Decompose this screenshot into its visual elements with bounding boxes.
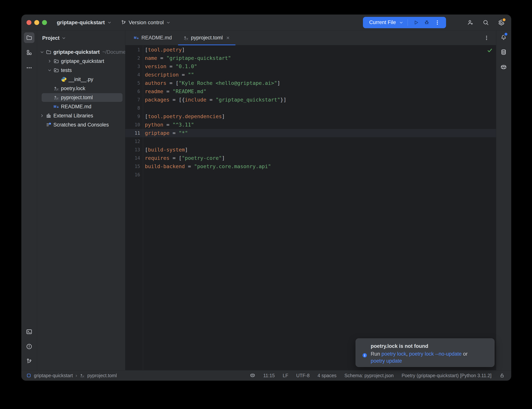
markdown-icon: M <box>53 104 59 110</box>
code-text: [tool.poetry] <box>140 46 185 54</box>
code-line-11[interactable]: 11griptape = "*" <box>125 129 496 137</box>
code-line-14[interactable]: 14requires = ["poetry-core"] <box>125 154 496 162</box>
editor-tab-readme-md[interactable]: MREADME.md <box>128 30 178 45</box>
run-config-selector[interactable]: Current File <box>369 19 396 25</box>
breadcrumb-item[interactable]: pyproject.toml <box>87 373 117 378</box>
code-line-15[interactable]: 15build-backend = "poetry.core.masonry.a… <box>125 162 496 171</box>
project-toolwindow-button[interactable] <box>24 32 35 43</box>
toml-icon: [T] <box>80 373 85 378</box>
more-run-options-button[interactable] <box>432 17 443 28</box>
code-text: [tool.poetry.dependencies] <box>140 112 225 121</box>
ai-assistant-button[interactable] <box>498 62 509 73</box>
run-button[interactable] <box>411 17 422 28</box>
code-line-4[interactable]: 4description = "" <box>125 71 496 79</box>
tab-options-button[interactable] <box>482 34 491 42</box>
breadcrumb-item[interactable]: griptape-quickstart <box>34 373 73 378</box>
line-number: 7 <box>125 96 140 104</box>
status-widgets: 11:15LFUTF-84 spacesSchema: pyproject.js… <box>250 373 511 378</box>
inspections-ok-icon[interactable] <box>487 47 493 53</box>
notifications-button[interactable] <box>498 32 509 43</box>
code-with-me-button[interactable] <box>465 17 476 28</box>
close-tab-button[interactable] <box>226 36 230 40</box>
module-icon <box>26 373 31 378</box>
problems-toolwindow-button[interactable] <box>24 341 35 352</box>
unlock-icon[interactable] <box>499 373 505 378</box>
minimize-window-button[interactable] <box>34 20 39 25</box>
tree-down-chevron[interactable] <box>40 50 46 54</box>
code-line-13[interactable]: 13[build-system] <box>125 146 496 154</box>
tree-right-chevron[interactable] <box>47 59 53 64</box>
code-line-10[interactable]: 10python = "^3.11" <box>125 121 496 129</box>
code-line-5[interactable]: 5authors = ["Kyle Roche <hello@griptape.… <box>125 79 496 87</box>
tree-item-label: tests <box>61 67 72 73</box>
left-toolwindow-bar <box>21 30 37 370</box>
settings-button[interactable] <box>496 17 507 28</box>
problems-icon <box>26 343 32 350</box>
status-item-lf[interactable]: LF <box>283 373 288 378</box>
notification-link[interactable]: poetry lock <box>382 351 406 357</box>
tree-item-griptape-quickstart[interactable]: griptape-quickstart~/Docume <box>37 47 125 57</box>
tree-item-label: __init__.py <box>69 76 93 82</box>
project-panel: Project griptape-quickstart~/Documegript… <box>37 30 125 370</box>
editor-tab-pyproject-toml[interactable]: [T]pyproject.toml <box>178 30 236 45</box>
project-name: griptape-quickstart <box>57 19 105 26</box>
close-window-button[interactable] <box>27 20 31 25</box>
copilot-icon <box>500 64 507 71</box>
status-item-11-15[interactable]: 11:15 <box>263 373 275 378</box>
zoom-window-button[interactable] <box>42 20 47 25</box>
code-text: authors = ["Kyle Roche <hello@griptape.a… <box>140 79 280 87</box>
line-number: 16 <box>125 171 140 179</box>
more-toolwindows-button[interactable] <box>24 63 35 73</box>
code-line-7[interactable]: 7packages = [{include = "griptape_quicks… <box>125 96 496 104</box>
terminal-toolwindow-button[interactable] <box>24 326 35 337</box>
toml-icon: [T] <box>53 86 59 91</box>
python-icon <box>61 76 67 82</box>
tree-item-pyproject-toml[interactable]: [T]pyproject.toml <box>37 93 125 102</box>
editor[interactable]: 1[tool.poetry]2name = "griptape-quicksta… <box>125 45 496 370</box>
tree-item-tests[interactable]: tests <box>37 66 125 75</box>
code-line-2[interactable]: 2name = "griptape-quickstart" <box>125 54 496 62</box>
tree-item-label: Scratches and Consoles <box>53 122 109 128</box>
tree-item-scratches-and-consoles[interactable]: Scratches and Consoles <box>37 120 125 129</box>
tree-item-external-libraries[interactable]: External Libraries <box>37 111 125 120</box>
tree-item-poetry-lock[interactable]: [T]poetry.lock <box>37 84 125 93</box>
tree-item-label: poetry.lock <box>61 86 85 92</box>
tree-down-chevron[interactable] <box>47 68 53 73</box>
project-panel-header[interactable]: Project <box>42 34 66 43</box>
project-switcher[interactable]: griptape-quickstart <box>54 17 115 28</box>
chevron-down-icon <box>40 50 44 54</box>
code-line-9[interactable]: 9[tool.poetry.dependencies] <box>125 112 496 121</box>
vcs-widget[interactable]: Version control <box>118 17 174 28</box>
line-number: 8 <box>125 104 140 112</box>
notification-link[interactable]: poetry lock --no-update <box>409 351 462 357</box>
tree-item--init-py[interactable]: __init__.py <box>37 75 125 84</box>
notification-popup[interactable]: poetry.lock is not found Run poetry lock… <box>356 338 495 367</box>
structure-toolwindow-button[interactable] <box>24 47 35 58</box>
tree-item-griptape-quickstart[interactable]: griptape_quickstart <box>37 57 125 66</box>
tree-right-chevron[interactable] <box>40 113 46 118</box>
breadcrumbs: griptape-quickstart›[T]pyproject.toml <box>21 373 117 379</box>
status-item-poetry-griptape-quickstart-pyt[interactable]: Poetry (griptape-quickstart) [Python 3.1… <box>402 373 492 378</box>
folder-icon <box>26 35 32 41</box>
search-everywhere-button[interactable] <box>480 17 491 28</box>
vcs-toolwindow-button[interactable] <box>24 356 35 367</box>
debug-button[interactable] <box>422 17 432 28</box>
line-number: 2 <box>125 54 140 62</box>
code-line-12[interactable]: 12 <box>125 137 496 146</box>
status-item-4-spaces[interactable]: 4 spaces <box>318 373 336 378</box>
notification-link[interactable]: poetry update <box>371 358 402 364</box>
tree-item-readme-md[interactable]: MREADME.md <box>37 102 125 111</box>
line-number: 14 <box>125 154 140 162</box>
copilot-status-icon[interactable] <box>250 373 255 378</box>
status-item-utf-8[interactable]: UTF-8 <box>296 373 310 378</box>
status-item-schema-pyproject-json[interactable]: Schema: pyproject.json <box>344 373 394 378</box>
database-toolwindow-button[interactable] <box>498 47 509 57</box>
code-line-16[interactable]: 16 <box>125 171 496 179</box>
structure-icon <box>26 49 32 56</box>
line-number: 12 <box>125 137 140 146</box>
code-line-8[interactable]: 8 <box>125 104 496 112</box>
code-line-3[interactable]: 3version = "0.1.0" <box>125 62 496 71</box>
code-line-1[interactable]: 1[tool.poetry] <box>125 46 496 54</box>
code-line-6[interactable]: 6readme = "README.md" <box>125 87 496 96</box>
line-number: 3 <box>125 62 140 71</box>
